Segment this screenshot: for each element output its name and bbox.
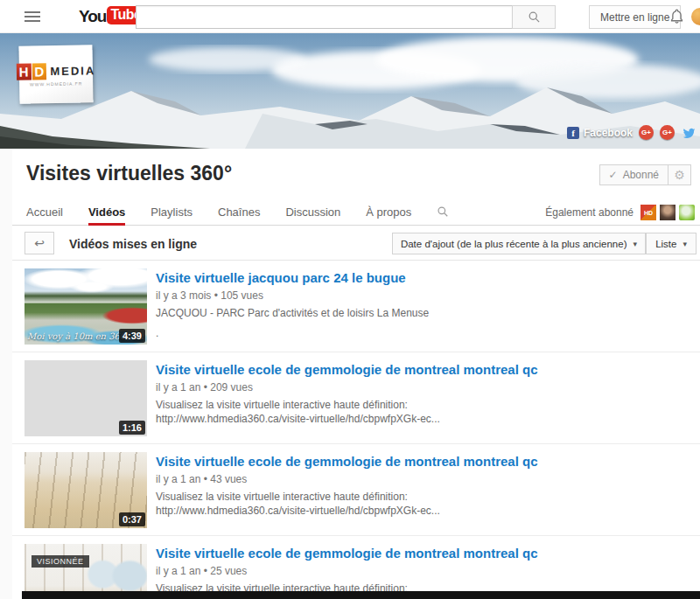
tab-playlists[interactable]: Playlists: [150, 199, 192, 226]
check-icon: ✓: [609, 169, 618, 181]
video-info: Visite virtuelle jacquou parc 24 le bugu…: [147, 268, 429, 345]
chevron-down-icon: ▾: [682, 240, 687, 248]
video-title-link[interactable]: Visite virtuelle ecole de gemmologie de …: [156, 546, 538, 561]
video-info: Visite virtuelle ecole de gemmologie de …: [147, 360, 538, 436]
video-title-link[interactable]: Visite virtuelle ecole de gemmologie de …: [156, 362, 538, 378]
subscribed-button[interactable]: ✓ Abonné: [599, 164, 668, 185]
top-bar: You Tube FR Mettre en ligne: [0, 0, 700, 33]
video-thumbnail[interactable]: 1:16: [24, 360, 147, 436]
youtube-channel-page: You Tube FR Mettre en ligne: [0, 0, 700, 599]
watched-badge: VISIONNÉE: [32, 555, 89, 568]
related-channel-avatar-hd[interactable]: HD: [640, 205, 656, 220]
channel-content: Visites virtuelles 360° ✓ Abonné ⚙ Accue…: [12, 149, 700, 599]
related-channel-avatar-green[interactable]: [679, 205, 695, 220]
channel-tabs: Accueil Vidéos Playlists Chaînes Discuss…: [12, 199, 700, 226]
video-description: Visualisez la visite virtuelle interacti…: [156, 490, 528, 518]
channel-title: Visites virtuelles 360°: [26, 162, 232, 185]
logo-caption: WWW.HDMEDIA.FR: [30, 80, 82, 87]
facebook-icon: f: [567, 127, 579, 139]
facebook-link[interactable]: f Facebook: [567, 127, 633, 139]
logo-letter-h: H: [16, 63, 31, 80]
back-button[interactable]: ↩: [24, 232, 54, 254]
video-thumbnail[interactable]: Moi voy à 10m en 360° du P... 4:39: [24, 268, 147, 345]
search-button[interactable]: [512, 5, 556, 29]
logo-media-text: MEDIA: [50, 64, 95, 78]
search-icon: [528, 10, 541, 24]
video-meta: il y a 3 mois • 105 vues: [156, 289, 429, 302]
tab-videos[interactable]: Vidéos: [88, 199, 125, 226]
duration-badge: 1:16: [119, 421, 145, 435]
sort-dropdown[interactable]: Date d'ajout (de la plus récente à la pl…: [392, 233, 646, 254]
channel-banner: H D MEDIA WWW.HDMEDIA.FR f Facebook G+ G…: [0, 33, 700, 149]
video-title-link[interactable]: Visite virtuelle jacquou parc 24 le bugu…: [156, 270, 429, 286]
video-description: Visualisez la visite virtuelle interacti…: [156, 398, 528, 426]
related-channel-avatar-person[interactable]: [660, 205, 676, 220]
twitter-icon[interactable]: [681, 126, 696, 139]
view-mode-dropdown[interactable]: Liste ▾: [646, 233, 696, 254]
channel-header: Visites virtuelles 360° ✓ Abonné ⚙: [12, 149, 700, 199]
video-meta: il y a 1 an • 25 vues: [156, 565, 538, 577]
back-arrow-icon: ↩: [34, 236, 45, 250]
video-title-link[interactable]: Visite virtuelle ecole de gemmologie de …: [156, 454, 538, 470]
googleplus-icon[interactable]: G+: [639, 125, 654, 140]
subscription-settings-button[interactable]: ⚙: [668, 164, 691, 185]
subscribe-area: ✓ Abonné ⚙: [599, 164, 691, 185]
video-list: Moi voy à 10m en 360° du P... 4:39 Visit…: [12, 261, 700, 599]
view-mode-label: Liste: [655, 239, 676, 249]
logo-letter-d: D: [32, 63, 46, 80]
search-input[interactable]: [136, 5, 512, 29]
logo-you-text: You: [79, 6, 106, 27]
bottom-black-bar: [22, 591, 700, 599]
hamburger-menu-icon[interactable]: [24, 11, 40, 22]
hdmedia-channel-logo[interactable]: H D MEDIA WWW.HDMEDIA.FR: [18, 45, 93, 103]
gear-icon: ⚙: [674, 168, 685, 182]
tab-apropos[interactable]: À propos: [366, 199, 411, 226]
video-row: 1:16 Visite virtuelle ecole de gemmologi…: [12, 352, 700, 444]
video-info: Visite virtuelle ecole de gemmologie de …: [147, 452, 538, 528]
notifications-bell-icon[interactable]: [668, 7, 686, 25]
video-row: VISIONNÉE Visite virtuelle ecole de gemm…: [12, 536, 700, 599]
also-subscribed-label: Également abonné: [545, 206, 634, 219]
video-meta: il y a 1 an • 43 vues: [156, 473, 538, 485]
video-row: Moi voy à 10m en 360° du P... 4:39 Visit…: [12, 261, 700, 352]
uploads-title: Vidéos mises en ligne: [69, 237, 197, 251]
banner-social-links: f Facebook G+ G+: [567, 125, 696, 140]
facebook-label: Facebook: [584, 127, 633, 139]
channel-search-icon[interactable]: [437, 205, 449, 218]
video-thumbnail[interactable]: 0:37: [24, 452, 147, 528]
duration-badge: 4:39: [119, 329, 145, 343]
tab-chaines[interactable]: Chaînes: [218, 199, 260, 226]
sort-label: Date d'ajout (de la plus récente à la pl…: [401, 239, 627, 249]
video-meta: il y a 1 an • 209 vues: [156, 381, 538, 394]
tab-accueil[interactable]: Accueil: [26, 199, 63, 226]
subscribed-label: Abonné: [623, 169, 659, 181]
video-description: JACQUOU - PARC Parc d'activités et de lo…: [156, 306, 429, 320]
tab-discussion[interactable]: Discussion: [285, 199, 340, 226]
search-bar: [136, 5, 556, 29]
video-row: 0:37 Visite virtuelle ecole de gemmologi…: [12, 444, 700, 536]
also-subscribed: Également abonné HD: [545, 205, 695, 220]
duration-badge: 0:37: [119, 512, 145, 526]
video-description-line2: .: [156, 327, 429, 339]
chevron-down-icon: ▾: [633, 240, 637, 248]
googleplus-icon-2[interactable]: G+: [660, 125, 675, 140]
uploads-header: ↩ Vidéos mises en ligne Date d'ajout (de…: [12, 226, 700, 261]
account-avatar[interactable]: [691, 8, 700, 25]
